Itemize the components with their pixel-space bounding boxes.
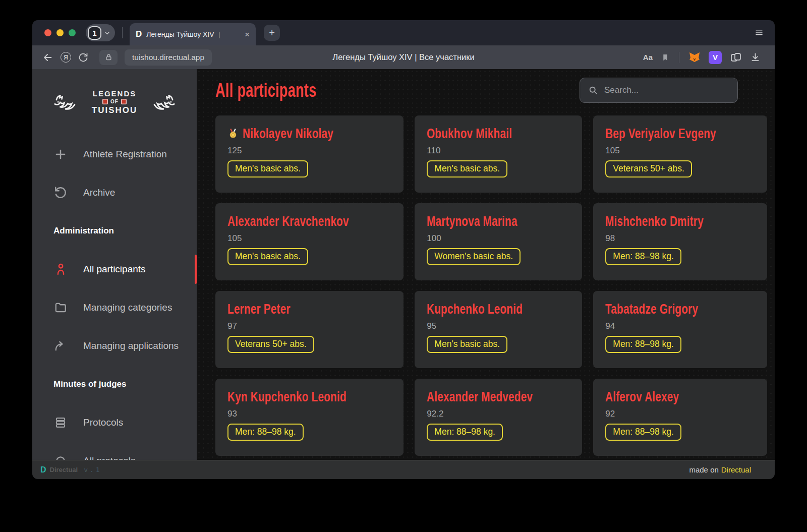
tab-list-button[interactable]: 1 xyxy=(86,24,115,41)
new-tab-button[interactable]: + xyxy=(264,25,280,41)
category-badge: Veterans 50+ abs. xyxy=(227,336,314,353)
sidebar-item-label: All participants xyxy=(83,264,146,275)
tab-count: 1 xyxy=(88,26,101,40)
sidebar-item-label: Archive xyxy=(83,187,115,198)
back-icon[interactable] xyxy=(42,52,53,63)
participant-weight: 98 xyxy=(605,233,755,244)
participant-weight: 97 xyxy=(227,321,391,331)
participant-name-row: Tabatadze Grigory xyxy=(605,301,755,318)
person-icon xyxy=(53,263,67,276)
participant-name: Alexander Kravchenkov xyxy=(227,213,349,229)
sidebar-item-archive[interactable]: Archive xyxy=(32,173,197,212)
dragon-right-icon xyxy=(140,90,178,115)
desktop-background: 1 D Легенды Туйшоу XIV | × + Я xyxy=(0,0,807,532)
legends-of-tuishou-logo: LEGENDS OF TUISHOU xyxy=(32,69,197,135)
reload-icon[interactable] xyxy=(78,52,88,63)
participant-card[interactable]: Bep Veriyalov Evgeny105Veterans 50+ abs. xyxy=(593,115,767,193)
participant-card[interactable]: Alferov Alexey92Men: 88–98 kg. xyxy=(593,379,767,456)
made-on-directual-link[interactable]: Directual xyxy=(721,465,751,474)
sidebar-section-header: Minutes of judges xyxy=(32,365,197,403)
search-input[interactable] xyxy=(604,85,729,95)
participant-card[interactable]: Mishchenko Dmitry98Men: 88–98 kg. xyxy=(593,203,767,280)
sidebar-item-managing-categories[interactable]: Managing categories xyxy=(32,288,197,327)
participant-name: Martynova Marina xyxy=(427,213,517,229)
participant-card[interactable]: Kyn Kupchenko Leonid93Men: 88–98 kg. xyxy=(215,379,404,456)
footer-brand: Directual xyxy=(50,466,78,474)
logo-line1: LEGENDS xyxy=(92,89,138,98)
zoom-window-button[interactable] xyxy=(69,29,76,36)
folder-icon xyxy=(53,301,67,314)
browser-menu-icon[interactable] xyxy=(755,28,764,37)
share-icon xyxy=(53,339,67,352)
participant-name-row: Martynova Marina xyxy=(427,213,570,230)
address-bar[interactable]: tuishou.directual.app xyxy=(125,49,212,66)
sidebar-item-label: Managing categories xyxy=(83,302,172,313)
logo-seal-icon xyxy=(121,99,127,104)
sidebar-item-label: Athlete Registration xyxy=(83,149,167,160)
participant-weight: 100 xyxy=(427,233,570,244)
participant-name-row: Alferov Alexey xyxy=(605,388,755,405)
ghost-icon xyxy=(53,454,67,460)
toolbar-divider xyxy=(679,52,679,63)
downloads-icon[interactable] xyxy=(750,52,761,63)
participant-card[interactable]: Alexander Kravchenkov105Men's basic abs. xyxy=(215,203,404,280)
participant-weight: 92.2 xyxy=(427,409,570,419)
participant-card[interactable]: Obukhov Mikhail110Men's basic abs. xyxy=(415,115,582,193)
close-tab-icon[interactable]: × xyxy=(245,30,250,39)
participant-weight: 105 xyxy=(227,233,391,244)
participant-card[interactable]: Alexander Medvedev92.2Men: 88–98 kg. xyxy=(415,379,582,456)
extension-v-icon[interactable]: V xyxy=(709,51,722,64)
footer-version: v.1 xyxy=(84,466,101,474)
category-badge: Men's basic abs. xyxy=(427,160,507,178)
participant-name-row: Nikolayev Nikolay xyxy=(227,125,391,142)
close-window-button[interactable] xyxy=(44,29,51,36)
sidebar-item-all-protocols[interactable]: All protocols xyxy=(32,442,197,460)
sidebar-section-header: Administration xyxy=(32,212,197,250)
sidebar-item-label: All protocols xyxy=(83,455,136,460)
bookmark-icon[interactable] xyxy=(661,53,670,62)
tab-title: Легенды Туйшоу XIV xyxy=(146,30,214,38)
restore-icon xyxy=(53,186,67,199)
yandex-icon[interactable]: Я xyxy=(61,52,71,63)
participant-card[interactable]: Kupchenko Leonid95Men's basic abs. xyxy=(415,291,582,368)
sidebar-nav: Athlete RegistrationArchiveAdministratio… xyxy=(32,135,197,460)
traffic-lights xyxy=(44,29,76,36)
collections-icon[interactable] xyxy=(730,51,742,64)
participant-name-row: Obukhov Mikhail xyxy=(427,125,570,142)
sidebar-item-managing-applications[interactable]: Managing applications xyxy=(32,327,197,365)
participant-name: Lerner Peter xyxy=(227,301,291,317)
participant-weight: 110 xyxy=(427,146,570,156)
browser-window: 1 D Легенды Туйшоу XIV | × + Я xyxy=(32,20,775,479)
page-title-toolbar: Легенды Туйшоу XIV | Все участники xyxy=(332,52,474,62)
logo-line3: TUISHOU xyxy=(92,105,138,115)
content-header: All participants xyxy=(215,76,738,104)
participant-name: Bep Veriyalov Evgeny xyxy=(605,126,716,142)
logo-line2: OF xyxy=(110,99,119,104)
tab-title-pipe: | xyxy=(219,31,220,38)
category-badge: Men: 88–98 kg. xyxy=(605,336,681,353)
active-item-indicator xyxy=(195,255,197,284)
sidebar-item-protocols[interactable]: Protocols xyxy=(32,403,197,442)
participant-weight: 92 xyxy=(605,409,755,419)
directual-favicon-icon: D xyxy=(136,29,142,39)
sidebar-item-label: Managing applications xyxy=(83,340,179,351)
sidebar-item-athlete-registration[interactable]: Athlete Registration xyxy=(32,135,197,173)
gold-medal-icon xyxy=(227,128,239,139)
tab-legends-tuishou[interactable]: D Легенды Туйшоу XIV | × xyxy=(130,23,256,45)
participant-name-row: Alexander Medvedev xyxy=(427,388,570,405)
minimize-window-button[interactable] xyxy=(56,29,64,36)
metamask-fox-icon[interactable] xyxy=(688,51,701,64)
participant-name-row: Mishchenko Dmitry xyxy=(605,213,755,230)
translate-icon[interactable]: Aa xyxy=(643,53,653,62)
sidebar-item-all-participants[interactable]: All participants xyxy=(32,250,197,288)
rows-icon xyxy=(53,416,67,429)
browser-toolbar: Я tuishou.directual.app Легенды Туйшоу X… xyxy=(32,45,775,69)
category-badge: Men's basic abs. xyxy=(227,160,308,178)
participant-card[interactable]: Lerner Peter97Veterans 50+ abs. xyxy=(215,291,404,368)
site-security-button[interactable] xyxy=(99,50,118,65)
participant-weight: 94 xyxy=(605,321,755,331)
participant-name-row: Alexander Kravchenkov xyxy=(227,213,391,230)
participant-card[interactable]: Tabatadze Grigory94Men: 88–98 kg. xyxy=(593,291,767,368)
participant-card[interactable]: Martynova Marina100Women's basic abs. xyxy=(415,203,582,280)
participant-card[interactable]: Nikolayev Nikolay125Men's basic abs. xyxy=(215,115,404,193)
